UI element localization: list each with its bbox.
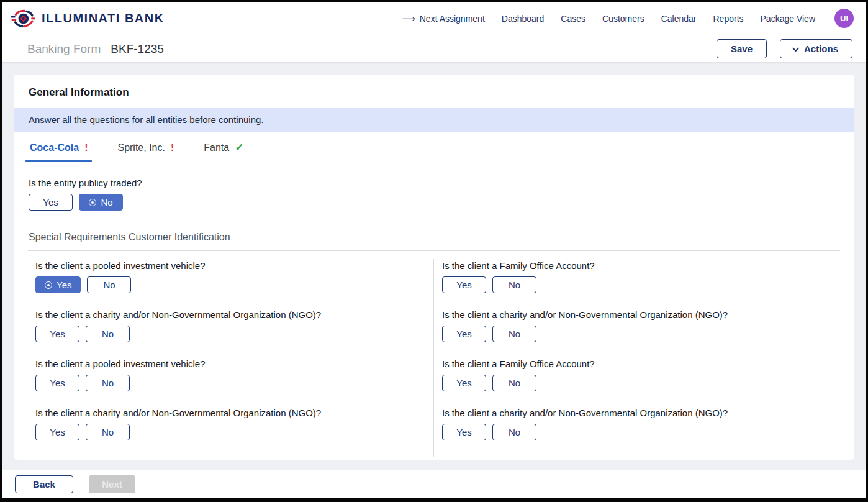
no-button[interactable]: No xyxy=(492,424,536,440)
card-title: General Information xyxy=(14,75,854,108)
page-body: General Information Answer all the quest… xyxy=(2,63,866,470)
tab-sprite-inc[interactable]: Sprite, Inc. ! xyxy=(116,132,175,162)
user-avatar[interactable]: UI xyxy=(834,9,854,28)
question-text: Is the client a charity and/or Non-Gover… xyxy=(35,309,433,320)
yes-button[interactable]: Yes xyxy=(29,194,73,211)
entity-tabs: Coca-Cola ! Sprite, Inc. ! Fanta ✓ xyxy=(14,132,854,162)
check-icon: ✓ xyxy=(235,141,243,154)
error-exclamation-icon: ! xyxy=(84,142,88,153)
no-button[interactable]: No xyxy=(86,424,130,440)
no-button[interactable]: No xyxy=(492,375,536,391)
brand-name: ILLUMINATI BANK xyxy=(42,11,165,25)
yes-no-group: Yes No xyxy=(442,276,840,293)
yes-button[interactable]: Yes xyxy=(442,375,486,391)
form-id: BKF-1235 xyxy=(111,42,164,56)
save-button[interactable]: Save xyxy=(717,39,767,58)
question-block: Is the client a Family Office Account? Y… xyxy=(442,260,840,293)
question-text: Is the client a pooled investment vehicl… xyxy=(35,260,433,271)
nav-customers[interactable]: Customers xyxy=(602,14,644,24)
nav-calendar[interactable]: Calendar xyxy=(661,14,697,24)
nav-dashboard[interactable]: Dashboard xyxy=(502,14,545,24)
nav-reports[interactable]: Reports xyxy=(713,14,744,24)
no-button[interactable]: No xyxy=(79,194,123,211)
info-banner: Answer all the questions for all entitie… xyxy=(14,108,854,132)
actions-button[interactable]: Actions xyxy=(780,39,852,58)
nav-cases[interactable]: Cases xyxy=(561,14,585,24)
yes-button[interactable]: Yes xyxy=(442,424,486,440)
question-block: Is the client a charity and/or Non-Gover… xyxy=(442,408,840,440)
nav-next-assignment[interactable]: ⟶Next Assignment xyxy=(402,13,485,24)
back-button[interactable]: Back xyxy=(15,475,73,493)
next-button-disabled[interactable]: Next xyxy=(89,475,135,493)
yes-button[interactable]: Yes xyxy=(35,375,79,391)
yes-no-group: Yes No xyxy=(29,194,839,211)
no-button[interactable]: No xyxy=(87,276,131,293)
question-text: Is the client a pooled investment vehicl… xyxy=(35,358,433,369)
brand: ILLUMINATI BANK xyxy=(11,8,165,29)
yes-no-group: Yes No xyxy=(442,326,840,342)
yes-no-group: Yes No xyxy=(35,276,433,293)
tab-fanta[interactable]: Fanta ✓ xyxy=(202,132,245,162)
error-exclamation-icon: ! xyxy=(171,142,174,153)
question-block: Is the client a charity and/or Non-Gover… xyxy=(442,309,840,342)
question-text: Is the entity publicy traded? xyxy=(29,178,839,188)
no-button[interactable]: No xyxy=(492,326,536,342)
top-navbar: ILLUMINATI BANK ⟶Next Assignment Dashboa… xyxy=(2,2,866,35)
yes-no-group: Yes No xyxy=(35,424,433,440)
no-button[interactable]: No xyxy=(492,276,536,293)
yes-button[interactable]: Yes xyxy=(442,276,486,293)
radio-selected-icon xyxy=(89,199,96,206)
question-block: Is the client a Family Office Account? Y… xyxy=(442,358,840,391)
question-block: Is the client a charity and/or Non-Gover… xyxy=(35,309,433,342)
no-button[interactable]: No xyxy=(86,326,130,342)
yes-button[interactable]: Yes xyxy=(35,326,79,342)
questions-columns: Is the client a pooled investment vehicl… xyxy=(14,251,854,457)
general-information-card: General Information Answer all the quest… xyxy=(14,75,854,460)
form-type-label: Banking Form xyxy=(27,42,101,56)
app-window: ILLUMINATI BANK ⟶Next Assignment Dashboa… xyxy=(0,0,868,502)
page-header: Banking Form BKF-1235 Save Actions xyxy=(2,35,866,63)
yes-button[interactable]: Yes xyxy=(35,424,79,440)
top-nav-links: ⟶Next Assignment Dashboard Cases Custome… xyxy=(402,9,854,28)
question-publicly-traded: Is the entity publicy traded? Yes No xyxy=(14,162,854,217)
question-block: Is the client a pooled investment vehicl… xyxy=(35,358,433,391)
nav-package-view[interactable]: Package View xyxy=(761,14,815,24)
question-block: Is the client a pooled investment vehicl… xyxy=(35,260,433,293)
question-text: Is the client a charity and/or Non-Gover… xyxy=(442,408,840,418)
no-button[interactable]: No xyxy=(86,375,130,391)
radio-selected-icon xyxy=(45,281,52,289)
yes-no-group: Yes No xyxy=(35,375,433,391)
questions-column-left: Is the client a pooled investment vehicl… xyxy=(27,259,433,457)
section-title: Special Requirements Customer Identifica… xyxy=(14,217,854,250)
bank-logo-icon xyxy=(11,8,35,29)
question-text: Is the client a charity and/or Non-Gover… xyxy=(35,408,433,418)
tab-coca-cola[interactable]: Coca-Cola ! xyxy=(29,132,89,162)
header-actions: Save Actions xyxy=(717,39,852,58)
questions-column-right: Is the client a Family Office Account? Y… xyxy=(433,259,840,457)
yes-no-group: Yes No xyxy=(442,375,840,391)
chevron-down-icon xyxy=(792,44,799,51)
yes-no-group: Yes No xyxy=(442,424,840,440)
question-block: Is the client a charity and/or Non-Gover… xyxy=(35,408,433,440)
question-text: Is the client a Family Office Account? xyxy=(442,358,840,369)
yes-button[interactable]: Yes xyxy=(442,326,486,342)
yes-button[interactable]: Yes xyxy=(35,276,81,293)
question-text: Is the client a charity and/or Non-Gover… xyxy=(442,309,840,320)
arrow-right-icon: ⟶ xyxy=(402,13,415,24)
yes-no-group: Yes No xyxy=(35,326,433,342)
question-text: Is the client a Family Office Account? xyxy=(442,260,840,271)
wizard-footer: Back Next xyxy=(2,470,866,498)
